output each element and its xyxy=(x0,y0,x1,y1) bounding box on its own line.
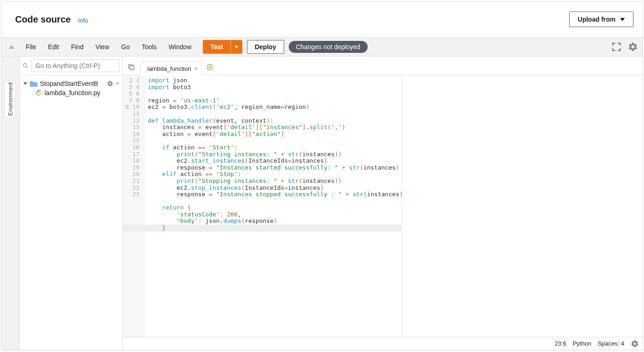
ide-menubar: FileEditFindViewGoToolsWindow Test Deplo… xyxy=(1,38,643,57)
fullscreen-icon[interactable] xyxy=(612,43,621,51)
panel-header: Code source Info Upload from xyxy=(1,1,643,37)
caret-down-icon xyxy=(116,83,119,85)
test-button[interactable]: Test xyxy=(203,40,230,54)
svg-rect-3 xyxy=(130,66,134,69)
code-source-panel: Code source Info Upload from FileEditFin… xyxy=(1,1,643,350)
ide: FileEditFindViewGoToolsWindow Test Deplo… xyxy=(1,37,643,350)
svg-line-1 xyxy=(26,67,28,68)
deploy-status-pill: Changes not deployed xyxy=(289,41,368,53)
upload-from-label: Upload from xyxy=(578,16,616,23)
goto-anything-input[interactable] xyxy=(31,59,120,72)
search-icon[interactable] xyxy=(22,61,28,70)
code-area[interactable]: import jsonimport boto3 region = 'us-eas… xyxy=(145,75,402,337)
menu-go[interactable]: Go xyxy=(115,43,136,51)
cursor-position[interactable]: 23:6 xyxy=(554,340,566,347)
new-tab-button[interactable] xyxy=(205,62,215,72)
tree-file-label: lambda_function.py xyxy=(45,89,119,97)
tabbar: lambda_function × xyxy=(123,57,643,75)
gutter: 1 2 3 4 5 6 7 8 9 10 11 12 13 14 15 16 1… xyxy=(123,75,145,337)
editor-pane-left[interactable]: 1 2 3 4 5 6 7 8 9 10 11 12 13 14 15 16 1… xyxy=(123,75,402,337)
close-icon[interactable]: × xyxy=(194,65,197,72)
test-dropdown-button[interactable] xyxy=(230,40,242,54)
menu-find[interactable]: Find xyxy=(65,43,90,51)
file-explorer: StopandStartEventB lambda_function.py xyxy=(20,57,123,350)
upload-from-button[interactable]: Upload from xyxy=(569,11,633,27)
status-bar: 23:6 Python Spaces: 4 xyxy=(123,337,643,350)
folder-icon xyxy=(30,80,38,87)
editor-column: lambda_function × 1 2 3 4 5 6 7 8 9 10 1… xyxy=(123,57,643,350)
environment-tab[interactable]: Environment xyxy=(5,81,16,118)
tab-history-icon[interactable] xyxy=(126,61,137,72)
menu-view[interactable]: View xyxy=(90,43,115,51)
gear-icon[interactable] xyxy=(631,340,639,348)
menu-edit[interactable]: Edit xyxy=(42,43,65,51)
svg-point-0 xyxy=(23,63,27,67)
editor-split: 1 2 3 4 5 6 7 8 9 10 11 12 13 14 15 16 1… xyxy=(123,75,643,337)
file-tree: StopandStartEventB lambda_function.py xyxy=(20,75,123,101)
tree-file[interactable]: lambda_function.py xyxy=(22,88,121,97)
file-explorer-top xyxy=(20,57,123,75)
indent-setting[interactable]: Spaces: 4 xyxy=(598,340,624,347)
menu-window[interactable]: Window xyxy=(162,43,197,51)
environment-rail: Environment xyxy=(1,57,20,350)
panel-title-wrap: Code source Info xyxy=(15,14,88,25)
editor-pane-right[interactable] xyxy=(402,75,643,337)
ide-body: Environment StopandStartEventB xyxy=(1,57,643,350)
info-link[interactable]: Info xyxy=(78,17,88,24)
chevron-down-icon xyxy=(23,82,27,85)
caret-down-icon xyxy=(620,18,625,21)
tree-root-label: StopandStartEventB xyxy=(40,80,105,87)
panel-title: Code source xyxy=(15,14,71,24)
menu-tools[interactable]: Tools xyxy=(136,43,163,51)
menu-items: FileEditFindViewGoToolsWindow xyxy=(20,43,197,51)
collapse-panel-icon[interactable] xyxy=(9,45,14,49)
caret-down-icon xyxy=(235,46,238,48)
tab-lambda-function[interactable]: lambda_function × xyxy=(140,62,202,75)
gear-icon[interactable] xyxy=(107,80,113,87)
tab-label: lambda_function xyxy=(147,65,191,72)
gear-icon[interactable] xyxy=(628,42,638,52)
tree-root[interactable]: StopandStartEventB xyxy=(22,79,121,88)
deploy-button[interactable]: Deploy xyxy=(247,40,284,54)
menu-file[interactable]: File xyxy=(20,43,42,51)
python-file-icon xyxy=(35,89,43,97)
language-mode[interactable]: Python xyxy=(573,340,591,347)
